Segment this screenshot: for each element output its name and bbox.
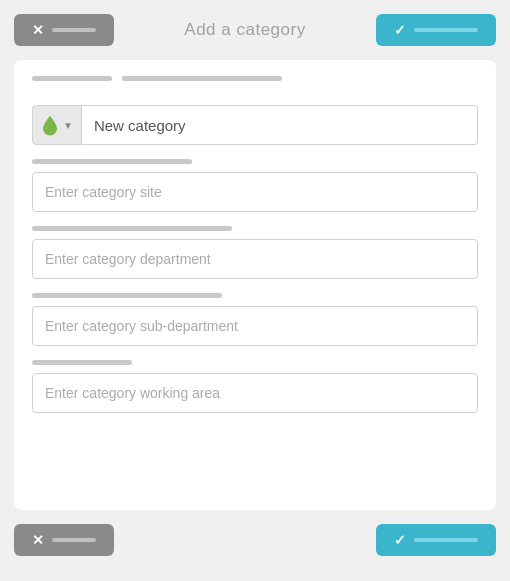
save-btn-line	[414, 28, 478, 32]
cancel-btn-line-bottom	[52, 538, 96, 542]
site-label-bar	[32, 159, 192, 164]
site-field-group	[32, 159, 478, 212]
top-label-group	[32, 76, 478, 91]
workingarea-label-bar	[32, 360, 132, 365]
site-input[interactable]	[32, 172, 478, 212]
page-title: Add a category	[184, 20, 305, 40]
save-button-bottom[interactable]: ✓	[376, 524, 496, 556]
check-icon-bottom: ✓	[394, 532, 406, 548]
save-button-top[interactable]: ✓	[376, 14, 496, 46]
cancel-btn-line	[52, 28, 96, 32]
department-input[interactable]	[32, 239, 478, 279]
check-icon-top: ✓	[394, 22, 406, 38]
category-name-input[interactable]	[82, 105, 478, 145]
subdepartment-input[interactable]	[32, 306, 478, 346]
top-bar: ✕ Add a category ✓	[0, 0, 510, 60]
chevron-down-icon: ▼	[63, 120, 73, 131]
subdepartment-label-bar	[32, 293, 222, 298]
cancel-button-bottom[interactable]: ✕	[14, 524, 114, 556]
main-content: ▼	[14, 60, 496, 510]
top-label-short	[32, 76, 112, 81]
bottom-bar: ✕ ✓	[0, 510, 510, 570]
subdepartment-field-group	[32, 293, 478, 346]
x-icon-top: ✕	[32, 22, 44, 38]
top-label-medium	[122, 76, 282, 81]
x-icon-bottom: ✕	[32, 532, 44, 548]
workingarea-field-group	[32, 360, 478, 413]
workingarea-input[interactable]	[32, 373, 478, 413]
cancel-button-top[interactable]: ✕	[14, 14, 114, 46]
department-label-bar	[32, 226, 232, 231]
category-name-row: ▼	[32, 105, 478, 145]
save-btn-line-bottom	[414, 538, 478, 542]
drop-icon	[41, 114, 59, 136]
color-picker-button[interactable]: ▼	[32, 105, 82, 145]
department-field-group	[32, 226, 478, 279]
